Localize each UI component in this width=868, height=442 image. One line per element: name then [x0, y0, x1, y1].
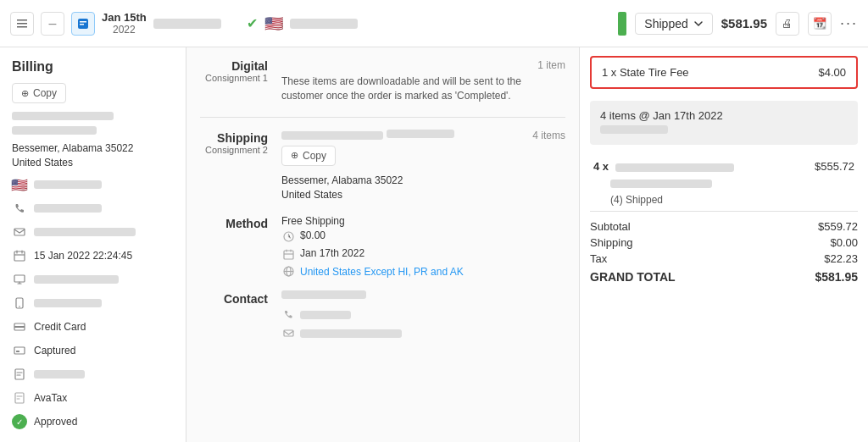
tax-row: [12, 367, 174, 382]
mobile-icon: [12, 296, 27, 311]
method-region-row: United States Except HI, PR and AK: [281, 265, 565, 279]
subtotal-value: $559.72: [818, 220, 858, 233]
shipping-item-count: 4 items: [532, 130, 565, 141]
desktop-row: [12, 272, 174, 287]
product-name-blurred: [615, 163, 734, 172]
copy-label: Copy: [33, 87, 57, 99]
customer-name-2-blurred: [12, 126, 97, 135]
back-button[interactable]: –: [41, 12, 64, 36]
copy-icon: ⊕: [21, 88, 29, 99]
method-region: United States Except HI, PR and AK: [300, 266, 464, 278]
svg-rect-2: [17, 26, 27, 28]
billing-address: Bessemer, Alabama 35022: [12, 142, 174, 154]
svg-rect-5: [80, 24, 84, 25]
method-section: Method Free Shipping $0.00 Jan 17th 2022: [200, 215, 565, 282]
grand-total-value: $581.95: [815, 270, 858, 284]
status-dropdown[interactable]: Shipped: [635, 13, 712, 35]
digital-consignment: Digital Consignment 1 1 item These items…: [200, 59, 565, 103]
phone-icon: [12, 201, 27, 216]
method-date: Jan 17th 2022: [300, 247, 364, 259]
product-row: 4 x $555.72: [593, 153, 854, 173]
order-number-blurred: [153, 19, 221, 29]
captured-row: Captured: [12, 343, 174, 358]
tax-total-row: Tax $22.23: [590, 252, 858, 265]
order-datetime: 15 Jan 2022 22:24:45: [34, 250, 132, 262]
order-icon-button[interactable]: [71, 12, 95, 36]
svg-rect-0: [17, 19, 27, 21]
shipping-consignment: Shipping Consignment 2 ⊕ Copy Be: [200, 130, 565, 208]
totals-section: Subtotal $559.72 Shipping $0.00 Tax $22.…: [590, 211, 858, 284]
flag-icon: 🇺🇸: [264, 14, 283, 33]
right-panel: 1 x State Tire Fee $4.00 4 items @ Jan 1…: [580, 47, 868, 442]
credit-card-icon: [12, 319, 27, 334]
payment-capture-status: Captured: [34, 345, 75, 356]
approved-row: ✓ Approved: [12, 414, 174, 429]
method-price: $0.00: [300, 229, 326, 241]
copy-shipping-icon: ⊕: [291, 150, 298, 161]
subtotal-label: Subtotal: [590, 220, 631, 233]
shipping-name-blurred: [281, 131, 383, 140]
globe-icon: [281, 265, 295, 279]
copy-shipping-label: Copy: [303, 150, 326, 162]
email-icon: [12, 224, 27, 240]
desktop-icon: [12, 272, 27, 287]
copy-billing-button[interactable]: ⊕ Copy: [12, 83, 66, 103]
status-label: Shipped: [644, 17, 687, 30]
order-total: $581.95: [721, 16, 767, 30]
copy-shipping-button[interactable]: ⊕ Copy: [281, 146, 336, 166]
svg-rect-7: [14, 251, 25, 261]
billing-country: United States: [12, 157, 174, 169]
dropdown-arrow-icon: [693, 19, 704, 29]
mobile-blurred: [34, 299, 102, 307]
subtotal-row: Subtotal $559.72: [590, 220, 858, 233]
flag-row: 🇺🇸: [12, 177, 174, 192]
method-content: Free Shipping $0.00 Jan 17th 2022: [281, 215, 565, 282]
tax-service: AvaTax: [34, 392, 67, 404]
svg-rect-6: [14, 229, 25, 235]
shipping-cost-row: Shipping $0.00: [590, 236, 858, 249]
calendar-button[interactable]: 📆: [808, 12, 832, 36]
state-tire-fee-label: 1 x State Tire Fee: [602, 66, 689, 79]
grand-total-label: GRAND TOTAL: [590, 270, 676, 284]
tax-service-row: AvaTax: [12, 390, 174, 406]
svg-rect-1: [17, 23, 27, 25]
product-shipped-status: (4) Shipped: [610, 194, 854, 206]
grand-total-row: GRAND TOTAL $581.95: [590, 270, 858, 284]
customer-name-blurred: [290, 19, 358, 29]
payment-method: Credit Card: [34, 321, 86, 333]
captured-icon: [12, 343, 27, 358]
shipping-label: Shipping Consignment 2: [200, 130, 268, 155]
calendar-icon: [12, 248, 27, 263]
contact-phone-icon: [281, 308, 295, 322]
shipping-name2-blurred: [387, 130, 454, 138]
shipping-tracking-blurred: [600, 125, 668, 134]
sidebar-toggle-button[interactable]: [10, 12, 34, 36]
shipping-content: ⊕ Copy Bessemer, Alabama 35022 United St…: [281, 130, 565, 208]
print-button[interactable]: 🖨: [776, 12, 799, 36]
locale-blurred: [34, 180, 102, 189]
email-blurred: [34, 228, 136, 236]
more-options-button[interactable]: ···: [840, 14, 858, 32]
product-sub-blurred: [610, 180, 712, 188]
flag-us-icon: 🇺🇸: [12, 177, 27, 192]
email-row: [12, 224, 174, 240]
status-color-bar: [618, 12, 626, 36]
tax-id-blurred: [34, 370, 85, 378]
top-bar: – Jan 15th 2022 ✔ 🇺🇸 Shipped $581.95 🖨 📆…: [0, 0, 868, 47]
shipping-address: Bessemer, Alabama 35022: [281, 174, 454, 186]
svg-rect-14: [15, 369, 24, 379]
svg-point-10: [19, 306, 20, 307]
order-date: Jan 15th 2022: [102, 11, 147, 36]
main-content: Billing ⊕ Copy Bessemer, Alabama 35022 U…: [0, 47, 868, 442]
billing-info-rows: 🇺🇸 15 Jan 2022 22:24:45: [12, 177, 174, 429]
svg-rect-13: [16, 351, 19, 352]
digital-note: These items are downloadable and will be…: [281, 75, 565, 103]
svg-rect-4: [80, 21, 86, 23]
phone-blurred: [34, 204, 102, 213]
contact-name-blurred: [281, 290, 366, 299]
contact-email-row: [281, 327, 565, 340]
digital-label: Digital Consignment 1: [200, 59, 268, 83]
state-tire-fee-price: $4.00: [818, 66, 846, 79]
shipping-items-date-label: 4 items @ Jan 17th 2022: [600, 109, 848, 122]
method-price-row: $0.00: [281, 229, 565, 244]
